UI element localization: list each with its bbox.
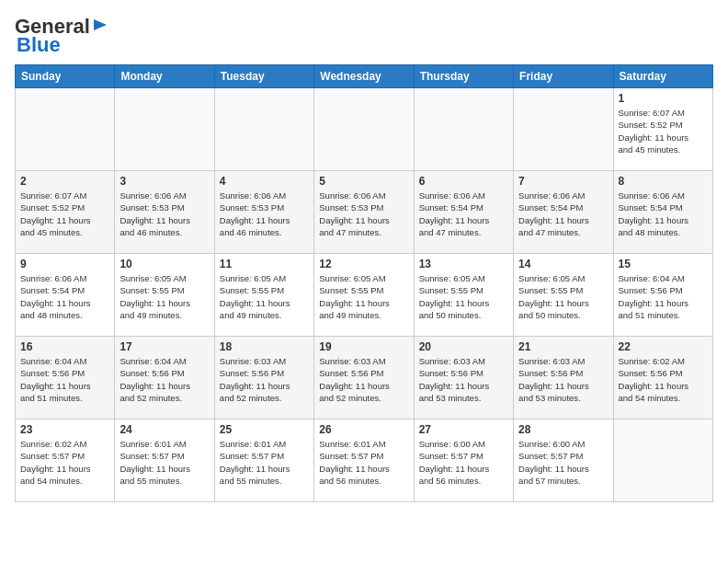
day-info: Sunrise: 6:05 AM Sunset: 5:55 PM Dayligh… — [319, 272, 408, 321]
calendar-week-row: 2Sunrise: 6:07 AM Sunset: 5:52 PM Daylig… — [16, 171, 713, 254]
calendar-cell — [613, 419, 712, 502]
calendar-cell: 27Sunrise: 6:00 AM Sunset: 5:57 PM Dayli… — [414, 419, 513, 502]
day-info: Sunrise: 6:03 AM Sunset: 5:56 PM Dayligh… — [319, 355, 408, 404]
day-info: Sunrise: 6:05 AM Sunset: 5:55 PM Dayligh… — [518, 272, 608, 321]
day-number: 24 — [119, 423, 209, 436]
calendar-cell: 6Sunrise: 6:06 AM Sunset: 5:54 PM Daylig… — [414, 171, 513, 254]
day-info: Sunrise: 6:01 AM Sunset: 5:57 PM Dayligh… — [119, 438, 209, 487]
day-info: Sunrise: 6:01 AM Sunset: 5:57 PM Dayligh… — [220, 438, 309, 487]
day-info: Sunrise: 6:02 AM Sunset: 5:57 PM Dayligh… — [20, 438, 109, 487]
calendar-cell: 22Sunrise: 6:02 AM Sunset: 5:56 PM Dayli… — [613, 337, 712, 419]
day-number: 28 — [518, 423, 608, 436]
calendar-cell: 21Sunrise: 6:03 AM Sunset: 5:56 PM Dayli… — [514, 337, 613, 419]
weekday-header-wednesday: Wednesday — [314, 65, 414, 88]
weekday-header-friday: Friday — [514, 65, 613, 88]
calendar-week-row: 23Sunrise: 6:02 AM Sunset: 5:57 PM Dayli… — [16, 419, 713, 502]
day-number: 5 — [319, 175, 408, 188]
logo-blue-text: Blue — [17, 33, 61, 57]
calendar-cell: 2Sunrise: 6:07 AM Sunset: 5:52 PM Daylig… — [16, 171, 115, 254]
day-number: 1 — [619, 92, 708, 105]
weekday-header-tuesday: Tuesday — [214, 65, 313, 88]
day-number: 3 — [119, 175, 209, 188]
day-number: 10 — [119, 258, 209, 270]
calendar-cell: 12Sunrise: 6:05 AM Sunset: 5:55 PM Dayli… — [314, 254, 414, 337]
day-number: 11 — [220, 258, 309, 270]
day-number: 8 — [619, 175, 708, 188]
day-number: 20 — [419, 340, 508, 353]
svg-marker-0 — [94, 19, 107, 30]
calendar-cell: 1Sunrise: 6:07 AM Sunset: 5:52 PM Daylig… — [613, 88, 712, 171]
weekday-header-saturday: Saturday — [613, 65, 712, 88]
day-number: 4 — [220, 175, 309, 188]
day-number: 16 — [20, 340, 109, 353]
day-info: Sunrise: 6:03 AM Sunset: 5:56 PM Dayligh… — [518, 355, 608, 404]
calendar-cell: 18Sunrise: 6:03 AM Sunset: 5:56 PM Dayli… — [214, 337, 313, 419]
day-info: Sunrise: 6:06 AM Sunset: 5:53 PM Dayligh… — [220, 190, 309, 238]
calendar-cell: 10Sunrise: 6:05 AM Sunset: 5:55 PM Dayli… — [115, 254, 214, 337]
calendar-cell — [314, 88, 414, 171]
day-number: 19 — [319, 340, 408, 353]
calendar-cell: 28Sunrise: 6:00 AM Sunset: 5:57 PM Dayli… — [514, 419, 613, 502]
calendar-cell: 15Sunrise: 6:04 AM Sunset: 5:56 PM Dayli… — [613, 254, 712, 337]
calendar-cell: 5Sunrise: 6:06 AM Sunset: 5:53 PM Daylig… — [314, 171, 414, 254]
weekday-header-sunday: Sunday — [16, 65, 115, 88]
day-info: Sunrise: 6:03 AM Sunset: 5:56 PM Dayligh… — [419, 355, 508, 404]
day-info: Sunrise: 6:05 AM Sunset: 5:55 PM Dayligh… — [119, 272, 209, 321]
day-info: Sunrise: 6:00 AM Sunset: 5:57 PM Dayligh… — [419, 438, 508, 487]
day-info: Sunrise: 6:00 AM Sunset: 5:57 PM Dayligh… — [518, 438, 608, 487]
calendar-cell: 3Sunrise: 6:06 AM Sunset: 5:53 PM Daylig… — [115, 171, 214, 254]
day-info: Sunrise: 6:07 AM Sunset: 5:52 PM Dayligh… — [619, 107, 708, 155]
day-info: Sunrise: 6:04 AM Sunset: 5:56 PM Dayligh… — [119, 355, 209, 404]
day-number: 13 — [419, 258, 508, 270]
calendar-cell: 9Sunrise: 6:06 AM Sunset: 5:54 PM Daylig… — [16, 254, 115, 337]
calendar-cell: 23Sunrise: 6:02 AM Sunset: 5:57 PM Dayli… — [16, 419, 115, 502]
day-number: 21 — [518, 340, 608, 353]
day-info: Sunrise: 6:03 AM Sunset: 5:56 PM Dayligh… — [220, 355, 309, 404]
day-info: Sunrise: 6:02 AM Sunset: 5:56 PM Dayligh… — [619, 355, 708, 404]
calendar-cell — [514, 88, 613, 171]
day-number: 15 — [619, 258, 708, 270]
logo: General Blue — [15, 15, 108, 57]
calendar-table: SundayMondayTuesdayWednesdayThursdayFrid… — [15, 64, 713, 502]
day-number: 14 — [518, 258, 608, 270]
calendar-cell: 14Sunrise: 6:05 AM Sunset: 5:55 PM Dayli… — [514, 254, 613, 337]
weekday-header-thursday: Thursday — [414, 65, 513, 88]
calendar-cell: 25Sunrise: 6:01 AM Sunset: 5:57 PM Dayli… — [214, 419, 313, 502]
day-number: 17 — [119, 340, 209, 353]
day-info: Sunrise: 6:06 AM Sunset: 5:54 PM Dayligh… — [419, 190, 508, 238]
calendar-cell: 8Sunrise: 6:06 AM Sunset: 5:54 PM Daylig… — [613, 171, 712, 254]
day-info: Sunrise: 6:04 AM Sunset: 5:56 PM Dayligh… — [20, 355, 109, 404]
day-number: 9 — [20, 258, 109, 270]
day-info: Sunrise: 6:01 AM Sunset: 5:57 PM Dayligh… — [319, 438, 408, 487]
calendar-cell — [16, 88, 115, 171]
day-number: 2 — [20, 175, 109, 188]
calendar-week-row: 9Sunrise: 6:06 AM Sunset: 5:54 PM Daylig… — [16, 254, 713, 337]
calendar-cell: 20Sunrise: 6:03 AM Sunset: 5:56 PM Dayli… — [414, 337, 513, 419]
calendar-cell — [214, 88, 313, 171]
calendar-cell — [115, 88, 214, 171]
day-number: 27 — [419, 423, 508, 436]
calendar-cell: 7Sunrise: 6:06 AM Sunset: 5:54 PM Daylig… — [514, 171, 613, 254]
day-number: 6 — [419, 175, 508, 188]
day-number: 25 — [220, 423, 309, 436]
weekday-header-monday: Monday — [115, 65, 214, 88]
day-number: 7 — [518, 175, 608, 188]
logo-flag-icon — [92, 17, 108, 32]
day-number: 12 — [319, 258, 408, 270]
day-info: Sunrise: 6:06 AM Sunset: 5:54 PM Dayligh… — [20, 272, 109, 321]
calendar-week-row: 1Sunrise: 6:07 AM Sunset: 5:52 PM Daylig… — [16, 88, 713, 171]
day-number: 26 — [319, 423, 408, 436]
day-number: 23 — [20, 423, 109, 436]
calendar-cell: 19Sunrise: 6:03 AM Sunset: 5:56 PM Dayli… — [314, 337, 414, 419]
day-info: Sunrise: 6:07 AM Sunset: 5:52 PM Dayligh… — [20, 190, 109, 238]
calendar-cell: 4Sunrise: 6:06 AM Sunset: 5:53 PM Daylig… — [214, 171, 313, 254]
calendar-cell: 11Sunrise: 6:05 AM Sunset: 5:55 PM Dayli… — [214, 254, 313, 337]
day-info: Sunrise: 6:06 AM Sunset: 5:53 PM Dayligh… — [319, 190, 408, 238]
day-info: Sunrise: 6:06 AM Sunset: 5:54 PM Dayligh… — [518, 190, 608, 238]
calendar-cell: 24Sunrise: 6:01 AM Sunset: 5:57 PM Dayli… — [115, 419, 214, 502]
day-info: Sunrise: 6:06 AM Sunset: 5:53 PM Dayligh… — [119, 190, 209, 238]
calendar-cell: 17Sunrise: 6:04 AM Sunset: 5:56 PM Dayli… — [115, 337, 214, 419]
day-info: Sunrise: 6:05 AM Sunset: 5:55 PM Dayligh… — [220, 272, 309, 321]
day-number: 22 — [619, 340, 708, 353]
calendar-cell: 13Sunrise: 6:05 AM Sunset: 5:55 PM Dayli… — [414, 254, 513, 337]
